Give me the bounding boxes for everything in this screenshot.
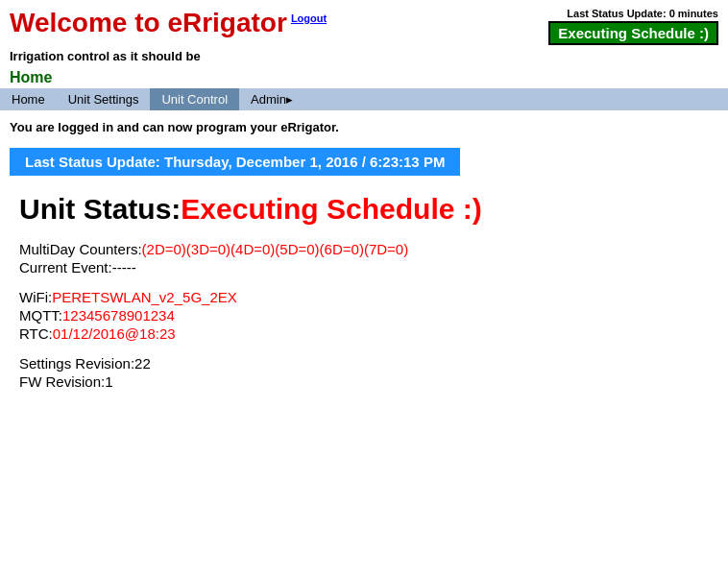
- multiday-line: MultiDay Counters:(2D=0)(3D=0)(4D=0)(5D=…: [19, 241, 718, 257]
- nav-link-home[interactable]: Home: [0, 88, 57, 110]
- wifi-line: WiFi:PERETSWLAN_v2_5G_2EX: [19, 289, 718, 305]
- wifi-label: WiFi:: [19, 289, 52, 305]
- wifi-block: WiFi:PERETSWLAN_v2_5G_2EX MQTT:123456789…: [19, 289, 718, 342]
- nav-item-unit-settings: Unit Settings: [57, 88, 151, 110]
- current-event-line: Current Event:-----: [19, 259, 718, 276]
- multiday-label: MultiDay Counters:: [19, 241, 142, 257]
- mqtt-label: MQTT:: [19, 307, 62, 324]
- unit-status-value: Executing Schedule :): [181, 193, 481, 225]
- main-content: Last Status Update: Thursday, December 1…: [0, 148, 728, 411]
- home-link[interactable]: Home: [0, 67, 728, 88]
- rtc-line: RTC:01/12/2016@18:23: [19, 325, 718, 342]
- current-event-label: Current Event:: [19, 259, 112, 276]
- nav-list: HomeUnit SettingsUnit ControlAdmin▸: [0, 88, 728, 110]
- tagline: Irrigation control as it should be: [0, 49, 728, 67]
- main-nav: HomeUnit SettingsUnit ControlAdmin▸: [0, 88, 728, 110]
- fw-revision-label: FW Revision:: [19, 373, 105, 390]
- multiday-value: (2D=0)(3D=0)(4D=0)(5D=0)(6D=0)(7D=0): [142, 241, 409, 257]
- logged-in-message: You are logged in and can now program yo…: [0, 110, 728, 148]
- nav-link-unit-settings[interactable]: Unit Settings: [57, 88, 151, 110]
- fw-revision-line: FW Revision:1: [19, 373, 718, 390]
- settings-revision-line: Settings Revision:22: [19, 355, 718, 372]
- site-title: Welcome to eRrigatorLogout: [10, 8, 327, 37]
- nav-item-unit-control: Unit Control: [150, 88, 239, 110]
- fw-revision-value: 1: [105, 373, 112, 390]
- rtc-value: 01/12/2016@18:23: [53, 325, 176, 342]
- wifi-value: PERETSWLAN_v2_5G_2EX: [52, 289, 237, 305]
- nav-link-unit-control[interactable]: Unit Control: [150, 88, 239, 110]
- current-event-value: -----: [112, 259, 136, 276]
- unit-status-line: Unit Status:Executing Schedule :): [19, 193, 718, 226]
- status-update-header: Last Status Update: 0 minutes: [548, 8, 718, 19]
- status-banner: Last Status Update: Thursday, December 1…: [10, 148, 460, 176]
- executing-badge: Executing Schedule :): [548, 21, 718, 45]
- settings-revision-value: 22: [134, 355, 151, 372]
- revision-block: Settings Revision:22 FW Revision:1: [19, 355, 718, 390]
- unit-status-label: Unit Status:: [19, 193, 181, 225]
- mqtt-line: MQTT:12345678901234: [19, 307, 718, 324]
- settings-revision-label: Settings Revision:: [19, 355, 134, 372]
- logout-link[interactable]: Logout: [291, 12, 327, 24]
- mqtt-value: 12345678901234: [62, 307, 175, 324]
- nav-item-admin▸: Admin▸: [239, 88, 304, 110]
- rtc-label: RTC:: [19, 325, 53, 342]
- multiday-block: MultiDay Counters:(2D=0)(3D=0)(4D=0)(5D=…: [19, 241, 718, 276]
- nav-link-admin▸[interactable]: Admin▸: [239, 88, 304, 110]
- nav-item-home: Home: [0, 88, 57, 110]
